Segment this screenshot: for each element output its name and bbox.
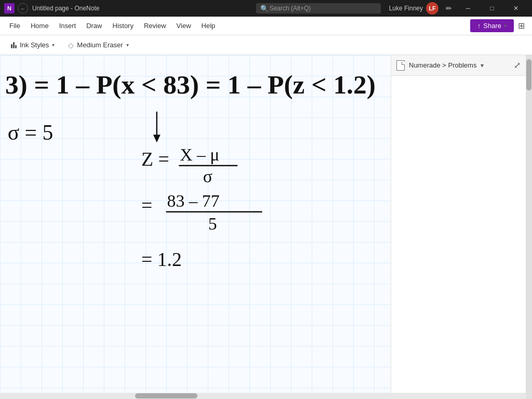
eraser-dropdown-arrow: ▾ bbox=[126, 42, 129, 48]
ink-styles-dropdown-arrow: ▾ bbox=[52, 42, 55, 48]
main-content: 3) = 1 – P(x < 83) = 1 – P(z < 1.2) σ = … bbox=[0, 55, 532, 399]
menu-file[interactable]: File bbox=[4, 19, 25, 33]
numerade-panel: Numerade > Problems ▾ ⤢ bbox=[391, 55, 526, 399]
svg-text:83 – 77: 83 – 77 bbox=[167, 191, 220, 210]
window-title: Untitled page - OneNote bbox=[32, 5, 256, 12]
ink-bar-2 bbox=[13, 42, 15, 48]
menu-draw[interactable]: Draw bbox=[81, 19, 107, 33]
menu-history[interactable]: History bbox=[108, 19, 139, 33]
panel-chevron-icon[interactable]: ▾ bbox=[481, 62, 484, 69]
ink-styles-icon bbox=[11, 42, 17, 48]
share-dropdown-arrow: ▾ bbox=[504, 23, 507, 29]
svg-text:3) = 1 – P(x < 83) = 1 – P(z <: 3) = 1 – P(x < 83) = 1 – P(z < 1.2) bbox=[5, 70, 376, 99]
menu-help[interactable]: Help bbox=[196, 19, 221, 33]
panel-expand-icon[interactable]: ⤢ bbox=[514, 60, 521, 70]
minimize-button[interactable]: ─ bbox=[456, 0, 480, 17]
vertical-scrollbar[interactable] bbox=[526, 55, 532, 399]
maximize-button[interactable]: □ bbox=[480, 0, 504, 17]
user-area: Luke Finney LF ✏ bbox=[389, 2, 456, 15]
ink-bar-1 bbox=[11, 44, 12, 48]
svg-text:Z =: Z = bbox=[141, 148, 169, 170]
titlebar: N ← Untitled page - OneNote 🔍 Luke Finne… bbox=[0, 0, 532, 17]
numerade-panel-header: Numerade > Problems ▾ ⤢ bbox=[391, 55, 526, 76]
numerade-content bbox=[391, 76, 526, 399]
svg-text:σ = 5: σ = 5 bbox=[8, 121, 53, 144]
svg-text:σ: σ bbox=[203, 167, 212, 186]
eraser-button[interactable]: ◇ Medium Eraser ▾ bbox=[63, 38, 133, 52]
search-icon: 🔍 bbox=[260, 5, 269, 12]
vertical-scroll-thumb[interactable] bbox=[526, 59, 531, 90]
avatar[interactable]: LF bbox=[426, 2, 438, 15]
search-input[interactable] bbox=[256, 3, 381, 14]
svg-text:= 1.2: = 1.2 bbox=[141, 248, 182, 270]
back-button[interactable]: ← bbox=[18, 3, 28, 14]
share-button[interactable]: ↑ Share ▾ bbox=[470, 19, 514, 32]
ink-bar-3 bbox=[15, 45, 17, 48]
share-icon: ↑ bbox=[477, 22, 481, 30]
math-canvas: 3) = 1 – P(x < 83) = 1 – P(z < 1.2) σ = … bbox=[0, 55, 391, 399]
search-wrapper: 🔍 bbox=[256, 3, 381, 14]
menu-view[interactable]: View bbox=[171, 19, 196, 33]
onenote-logo: N bbox=[4, 3, 15, 14]
menu-review[interactable]: Review bbox=[139, 19, 171, 33]
svg-text:X – μ: X – μ bbox=[180, 145, 219, 164]
horizontal-scrollbar[interactable] bbox=[0, 393, 526, 399]
eraser-icon: ◇ bbox=[68, 41, 74, 49]
svg-text:=: = bbox=[141, 194, 152, 216]
toolbar: Ink Styles ▾ ◇ Medium Eraser ▾ bbox=[0, 35, 532, 55]
page-view-icon[interactable]: ⊞ bbox=[518, 21, 525, 31]
close-button[interactable]: ✕ bbox=[504, 0, 528, 17]
menu-insert[interactable]: Insert bbox=[54, 19, 82, 33]
numerade-breadcrumb: Numerade > Problems bbox=[409, 61, 476, 69]
svg-marker-2 bbox=[153, 135, 161, 142]
menu-home[interactable]: Home bbox=[25, 19, 54, 33]
menubar: File Home Insert Draw History Review Vie… bbox=[0, 17, 532, 35]
user-name: Luke Finney bbox=[389, 5, 423, 12]
svg-text:5: 5 bbox=[208, 214, 217, 233]
ink-styles-button[interactable]: Ink Styles ▾ bbox=[6, 38, 59, 51]
horizontal-scroll-thumb[interactable] bbox=[135, 393, 197, 398]
canvas-area[interactable]: 3) = 1 – P(x < 83) = 1 – P(z < 1.2) σ = … bbox=[0, 55, 391, 399]
pen-icon[interactable]: ✏ bbox=[446, 4, 452, 12]
page-thumbnail-icon bbox=[396, 60, 405, 71]
